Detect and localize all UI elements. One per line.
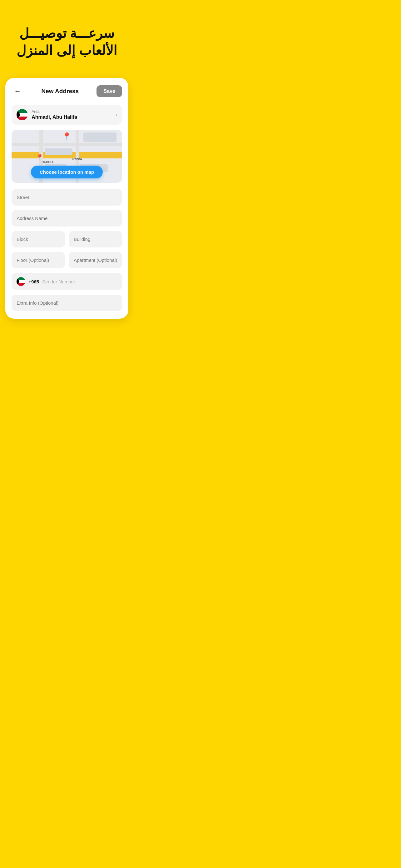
choose-location-button[interactable]: Choose location on map [31,165,103,178]
card-title: New Address [41,88,79,95]
area-left: Area Ahmadi, Abu Halifa [16,109,77,120]
area-label: Area [32,110,77,114]
chevron-right-icon: › [115,112,117,118]
area-selector[interactable]: Area Ahmadi, Abu Halifa › [11,105,122,125]
map-pin-icon: 📍 [62,132,71,141]
floor-input[interactable] [11,252,65,269]
back-button[interactable]: ← [11,86,24,97]
save-button[interactable]: Save [97,85,122,97]
extra-info-input[interactable] [11,294,122,311]
block-input[interactable] [11,231,65,247]
apartment-input[interactable] [69,252,122,269]
map-container[interactable]: BLOCK 1 Rahna 📍 📍 Choose location on map [11,130,122,183]
area-value: Ahmadi, Abu Halifa [32,114,77,120]
block-building-row [11,231,122,247]
card-header: ← New Address Save [11,85,122,97]
floor-apartment-row [11,252,122,269]
street-input[interactable] [11,189,122,206]
phone-country-code: +965 [28,279,39,284]
area-info: Area Ahmadi, Abu Halifa [32,110,77,120]
address-name-input[interactable] [11,210,122,226]
hero-title: سرعـــة توصيـــل الألعاب إلى المنزل [16,25,117,59]
phone-input-row[interactable]: +965 Sender Number [11,273,122,290]
sender-number-placeholder: Sender Number [42,279,117,284]
building-input[interactable] [69,231,122,247]
kuwait-flag-icon [16,109,28,120]
map-location-icon: 📍 [36,154,44,161]
address-card: ← New Address Save Area Ahmadi, Abu Hali… [5,78,128,319]
phone-flag-icon [16,277,25,286]
hero-section: سرعـــة توصيـــل الألعاب إلى المنزل [0,0,134,78]
